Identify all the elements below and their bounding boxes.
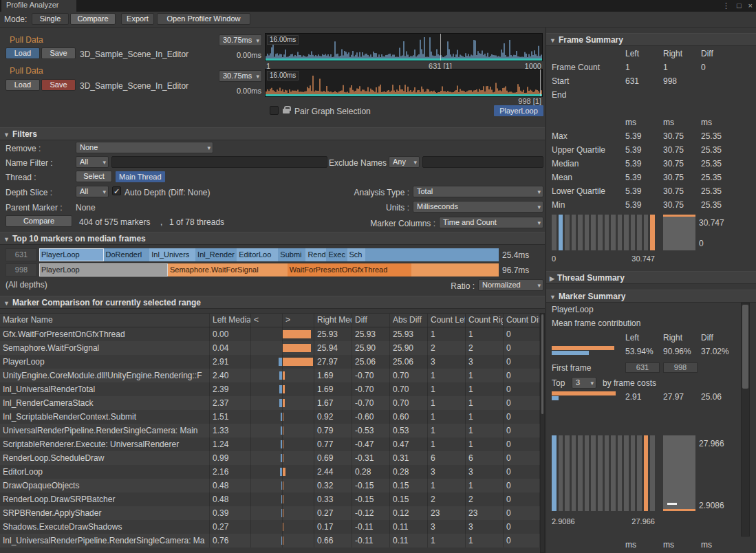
histogram-bar[interactable] xyxy=(618,435,623,511)
column-header[interactable]: Count Diff xyxy=(504,314,540,327)
top10-segment[interactable]: WaitForPresentOnGfxThread xyxy=(288,263,411,276)
units-dropdown[interactable]: Milliseconds xyxy=(413,201,543,213)
left-graph-scale-dropdown[interactable]: 30.75ms xyxy=(219,34,262,46)
histogram-bar[interactable] xyxy=(585,435,590,511)
histogram-bar[interactable] xyxy=(650,215,655,250)
column-header[interactable]: Abs Diff xyxy=(390,314,428,327)
histogram-bar[interactable] xyxy=(591,215,596,250)
histogram-bar[interactable] xyxy=(611,215,616,250)
table-row[interactable]: DrawOpaqueObjects0.480.32-0.150.15110 xyxy=(0,479,540,492)
column-header[interactable]: Left Median xyxy=(210,314,251,327)
kebab-menu-icon[interactable]: ⋮ xyxy=(722,1,730,11)
frame-graph-right[interactable]: 16.00ms xyxy=(265,69,543,97)
table-row[interactable]: EditorLoop2.162.440.280.28330 xyxy=(0,465,540,479)
top10-segment[interactable]: Semaphore.WaitForSignal xyxy=(168,263,288,276)
histogram-bar[interactable] xyxy=(644,215,649,250)
top10-bar-left[interactable]: PlayerLoopDoRenderlInl_UniversInl_Render… xyxy=(39,248,499,261)
histogram-bar[interactable] xyxy=(598,215,603,250)
table-row[interactable]: UnityEngine.CoreModule.dll!UnityEngine.R… xyxy=(0,369,540,382)
remove-dropdown[interactable]: None xyxy=(76,142,213,153)
table-row[interactable]: Inl_RenderCameraStack2.371.67-0.700.7011… xyxy=(0,396,540,410)
pair-graph-checkbox[interactable] xyxy=(270,106,279,115)
top10-segment[interactable]: PlayerLoop xyxy=(39,248,104,261)
filters-header[interactable]: ▼Filters xyxy=(0,127,545,140)
column-header[interactable]: < xyxy=(251,314,283,327)
table-row[interactable]: Inl_UniversalRenderPipeline.RenderSingle… xyxy=(0,534,540,547)
histogram-bar[interactable] xyxy=(637,435,642,511)
table-row[interactable]: RenderLoop.DrawSRPBatcher0.480.33-0.150.… xyxy=(0,492,540,506)
open-profiler-button[interactable]: Open Profiler Window xyxy=(157,13,250,25)
thread-summary-header[interactable]: ▶Thread Summary xyxy=(546,271,756,284)
histogram-bar[interactable] xyxy=(552,215,557,250)
marker-columns-dropdown[interactable]: Time and Count xyxy=(439,217,543,228)
marker-summary-scrollbar-thumb[interactable] xyxy=(742,305,748,389)
histogram-bar[interactable] xyxy=(650,435,655,511)
histogram-bar[interactable] xyxy=(637,215,642,250)
column-header[interactable]: Count Right xyxy=(466,314,504,327)
top10-segment[interactable]: Inl_Render xyxy=(195,248,237,261)
auto-depth-checkbox[interactable]: ✓ xyxy=(112,186,121,195)
close-icon[interactable]: × xyxy=(748,1,753,11)
histogram-bar[interactable] xyxy=(644,435,649,511)
table-row[interactable]: Gfx.WaitForPresentOnGfxThread0.0025.9325… xyxy=(0,327,540,341)
histogram-bar[interactable] xyxy=(631,215,636,250)
maximize-icon[interactable]: □ xyxy=(737,1,742,11)
column-header[interactable]: Right Median xyxy=(314,314,352,327)
top10-header[interactable]: ▼Top 10 markers on median frames xyxy=(0,232,545,245)
frame-summary-selected-box[interactable] xyxy=(663,215,695,250)
histogram-bar[interactable] xyxy=(578,215,583,250)
save-button-right[interactable]: Save xyxy=(41,79,76,91)
load-button-right[interactable]: Load xyxy=(6,79,40,91)
frame-summary-header[interactable]: ▼Frame Summary xyxy=(546,33,756,46)
marker-summary-scrollbar[interactable] xyxy=(741,303,750,536)
table-scrollbar-thumb[interactable] xyxy=(541,314,543,414)
table-row[interactable]: PlayerLoop2.9127.9725.0625.06330 xyxy=(0,355,540,369)
analysis-type-dropdown[interactable]: Total xyxy=(413,186,543,197)
depth-slice-dropdown[interactable]: All xyxy=(76,186,109,197)
top10-segment[interactable]: Submi xyxy=(278,248,305,261)
ratio-dropdown[interactable]: Normalized xyxy=(478,279,543,291)
save-button-left[interactable]: Save xyxy=(41,47,76,59)
compare-button[interactable]: Compare xyxy=(6,215,72,227)
table-row[interactable]: Shadows.ExecuteDrawShadows0.270.17-0.110… xyxy=(0,520,540,534)
histogram-bar[interactable] xyxy=(624,435,629,511)
frame-graph-left[interactable]: 16.00ms xyxy=(265,33,543,61)
top10-segment[interactable]: PlayerLoop xyxy=(39,263,168,276)
name-filter-mode-dropdown[interactable]: All xyxy=(76,156,109,168)
exclude-mode-dropdown[interactable]: Any xyxy=(389,156,420,168)
column-header[interactable]: Diff xyxy=(352,314,390,327)
top10-segment[interactable]: Sch xyxy=(347,248,366,261)
histogram-bar[interactable] xyxy=(559,215,563,250)
name-filter-input[interactable] xyxy=(111,156,327,168)
table-row[interactable]: UniversalRenderPipeline.RenderSingleCame… xyxy=(0,424,540,437)
column-header[interactable]: > xyxy=(283,314,314,327)
histogram-bar[interactable] xyxy=(559,435,563,511)
table-row[interactable]: Semaphore.WaitForSignal0.0425.9425.9025.… xyxy=(0,341,540,355)
mode-single-button[interactable]: Single xyxy=(32,13,69,25)
window-tab[interactable]: Profile Analyzer xyxy=(1,0,76,12)
histogram-bar[interactable] xyxy=(618,215,623,250)
frame-number-box[interactable]: 998 xyxy=(6,263,37,276)
histogram-bar[interactable] xyxy=(598,435,603,511)
top10-segment[interactable]: EditorLoo xyxy=(237,248,278,261)
export-button[interactable]: Export xyxy=(121,13,154,25)
top10-segment[interactable]: Inl_Univers xyxy=(149,248,195,261)
exclude-names-input[interactable] xyxy=(422,156,543,168)
histogram-bar[interactable] xyxy=(565,215,570,250)
histogram-bar[interactable] xyxy=(572,215,576,250)
histogram-bar[interactable] xyxy=(572,435,576,511)
table-row[interactable]: RenderLoop.ScheduleDraw0.990.69-0.310.31… xyxy=(0,451,540,465)
histogram-bar[interactable] xyxy=(585,215,590,250)
top10-bar-right[interactable]: PlayerLoopSemaphore.WaitForSignalWaitFor… xyxy=(39,263,499,276)
column-header[interactable]: Marker Name xyxy=(0,314,210,327)
marker-summary-selected-box[interactable] xyxy=(663,435,695,511)
histogram-bar[interactable] xyxy=(624,215,629,250)
top-n-dropdown[interactable]: 3 xyxy=(572,377,596,389)
histogram-bar[interactable] xyxy=(552,435,557,511)
mode-compare-button[interactable]: Compare xyxy=(70,13,116,25)
thread-select-button[interactable]: Select xyxy=(76,171,112,182)
comparison-header[interactable]: ▼Marker Comparison for currently selecte… xyxy=(0,296,545,309)
frame-number-box[interactable]: 631 xyxy=(6,248,37,261)
top10-segment[interactable]: DoRenderl xyxy=(104,248,150,261)
first-frame-left-button[interactable]: 631 xyxy=(625,362,660,373)
